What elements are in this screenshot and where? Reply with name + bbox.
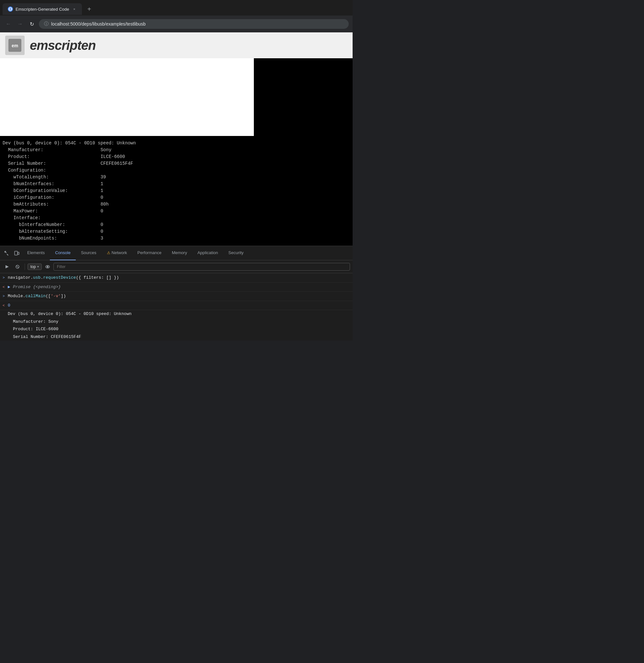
terminal-line-13: bAlternateSetting: 0: [3, 228, 350, 235]
toolbar-separator-1: [25, 264, 25, 270]
terminal-line-3: Serial Number: CFEFE0615F4F: [3, 160, 350, 167]
console-content-4: 0: [8, 302, 350, 309]
terminal-line-2: Product: ILCE-6600: [3, 154, 350, 160]
device-toolbar-button[interactable]: [12, 248, 22, 258]
reload-button[interactable]: ↻: [27, 19, 36, 28]
tab-network[interactable]: ⚠ Network: [102, 246, 133, 260]
console-toolbar: top ▾: [0, 260, 352, 273]
terminal-line-6: bNumInterfaces: 1: [3, 181, 350, 187]
terminal-line-4: Configuration:: [3, 167, 350, 174]
url-bar[interactable]: ⓘ localhost:5000/deps/libusb/examples/te…: [39, 19, 349, 29]
page-content: em emscripten Dev (bus 0, device 0): 054…: [0, 32, 352, 246]
browser-chrome: Emscripten-Generated Code × + ← → ↻ ⓘ lo…: [0, 0, 352, 32]
devtools-panel: Elements Console Sources ⚠ Network Perfo…: [0, 246, 352, 341]
inspect-element-button[interactable]: [1, 248, 12, 258]
console-entry-2: < ▶ Promise {<pending>}: [0, 282, 352, 292]
terminal-line-7: bConfigurationValue: 1: [3, 187, 350, 194]
context-selector[interactable]: top ▾: [27, 264, 42, 270]
terminal-line-10: MaxPower: 0: [3, 208, 350, 215]
input-arrow-3: >: [3, 293, 8, 299]
run-script-button[interactable]: [3, 262, 12, 271]
terminal-output: Dev (bus 0, device 0): 054C - 0D10 speed…: [0, 136, 352, 246]
canvas-area: [0, 58, 352, 136]
terminal-line-9: bmAttributes: 80h: [3, 201, 350, 208]
clear-console-button[interactable]: [13, 262, 22, 271]
terminal-line-11: Interface:: [3, 215, 350, 222]
canvas-white: [0, 58, 254, 136]
devtools-tabs: Elements Console Sources ⚠ Network Perfo…: [22, 246, 351, 260]
output-arrow-2: <: [3, 284, 8, 290]
canvas-black: [254, 58, 352, 136]
tab-sources[interactable]: Sources: [76, 246, 102, 260]
tab-elements[interactable]: Elements: [22, 246, 50, 260]
terminal-line-12: bInterfaceNumber: 0: [3, 222, 350, 228]
console-content-1: navigator.usb.requestDevice({ filters: […: [8, 275, 350, 281]
console-entry-1: > navigator.usb.requestDevice({ filters:…: [0, 273, 352, 282]
tab-security[interactable]: Security: [223, 246, 249, 260]
svg-rect-6: [18, 252, 19, 254]
tab-favicon: [8, 6, 13, 12]
svg-point-11: [47, 266, 48, 268]
network-warning-icon: ⚠: [107, 251, 110, 255]
browser-tab[interactable]: Emscripten-Generated Code ×: [3, 3, 82, 15]
emscripten-header: em emscripten: [0, 32, 352, 58]
url-text: localhost:5000/deps/libusb/examples/test…: [51, 21, 146, 26]
tab-bar: Emscripten-Generated Code × +: [0, 0, 352, 16]
eye-button[interactable]: [43, 262, 52, 271]
tab-application[interactable]: Application: [192, 246, 224, 260]
svg-text:em: em: [12, 43, 18, 48]
emscripten-title: emscripten: [30, 38, 95, 53]
context-label: top: [30, 265, 36, 269]
tab-title: Emscripten-Generated Code: [16, 7, 69, 12]
output-line-0: Dev (bus 0, device 0): 054C - 0D10 speed…: [0, 310, 352, 318]
new-tab-button[interactable]: +: [83, 3, 95, 15]
context-dropdown-icon: ▾: [37, 265, 39, 268]
output-line-2: Product: ILCE-6600: [0, 325, 352, 333]
console-content-3: Module.callMain(['-v']): [8, 293, 350, 299]
output-line-1: Manufacturer: Sony: [0, 318, 352, 326]
secure-icon: ⓘ: [44, 21, 49, 27]
svg-rect-5: [15, 251, 18, 255]
tab-console[interactable]: Console: [50, 246, 76, 260]
terminal-line-0: Dev (bus 0, device 0): 054C - 0D10 speed…: [3, 140, 350, 147]
terminal-line-1: Manufacturer: Sony: [3, 147, 350, 154]
console-content-2: ▶ Promise {<pending>}: [8, 284, 350, 290]
console-entry-3: > Module.callMain(['-v']): [0, 292, 352, 301]
terminal-line-8: iConfiguration: 0: [3, 194, 350, 201]
console-messages: > navigator.usb.requestDevice({ filters:…: [0, 273, 352, 341]
console-entry-4: < 0: [0, 301, 352, 311]
address-bar: ← → ↻ ⓘ localhost:5000/deps/libusb/examp…: [0, 16, 352, 32]
forward-button[interactable]: →: [16, 19, 25, 28]
tab-performance[interactable]: Performance: [132, 246, 166, 260]
console-filter-input[interactable]: [53, 263, 350, 271]
terminal-line-14: bNumEndpoints: 3: [3, 235, 350, 242]
output-arrow-4: <: [3, 302, 8, 308]
back-button[interactable]: ←: [4, 19, 13, 28]
terminal-line-5: wTotalLength: 39: [3, 174, 350, 181]
svg-line-9: [17, 266, 19, 268]
output-line-3: Serial Number: CFEFE0615F4F: [0, 333, 352, 341]
emscripten-logo: em: [5, 36, 25, 55]
input-arrow-1: >: [3, 275, 8, 281]
svg-marker-7: [5, 265, 9, 268]
tab-close-button[interactable]: ×: [72, 6, 77, 12]
tab-memory[interactable]: Memory: [167, 246, 192, 260]
devtools-toolbar: Elements Console Sources ⚠ Network Perfo…: [0, 246, 352, 260]
